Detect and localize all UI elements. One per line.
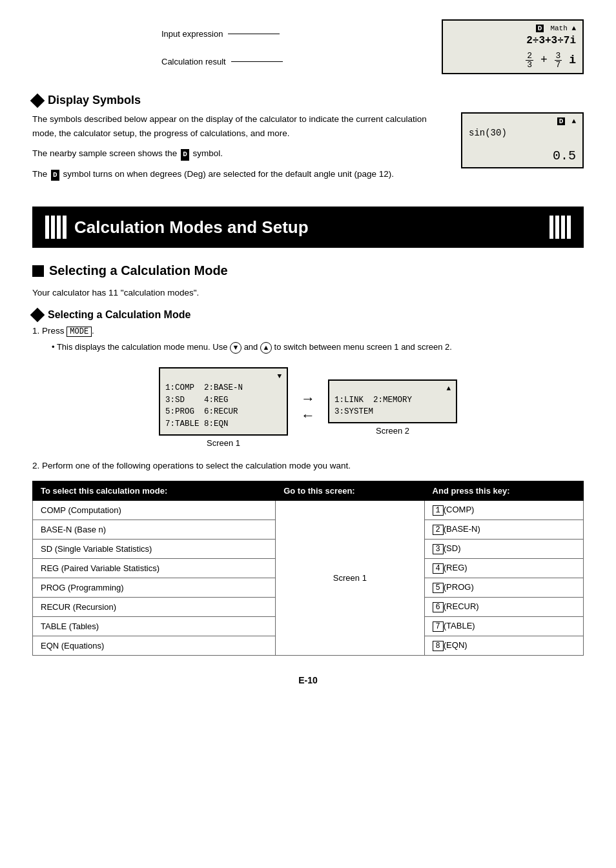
input-expression: 2÷3+3÷7i [449,35,576,46]
key-box: 7 [433,621,444,632]
key-cell: 5(PROG) [424,578,583,597]
step2-text: 2. Perform one of the following operatio… [32,461,584,470]
chapter-header: Calculation Modes and Setup [32,207,584,248]
sub-section-title: Selecting a Calculation Mode [48,309,190,321]
col-header-key: And press this key: [424,481,583,500]
left-arrow: ← [301,407,315,424]
mini-triangle: ▲ [571,117,576,125]
display-symbols-line1: The nearby sample screen shows the D sym… [32,146,448,161]
screen2-label: Screen 2 [328,426,457,436]
col-header-screen: Go to this screen: [276,481,424,500]
mode-cell: PROG (Programming) [33,578,276,597]
bar-7 [561,216,565,239]
mini-d-symbol: D [557,117,566,125]
input-line [228,34,280,34]
arrows-container: → ← [301,390,315,425]
mode-cell: RECUR (Recursion) [33,597,276,616]
screen-top-row: D Math ▲ [449,25,576,32]
key-box: 1 [433,505,444,516]
screen2-top: ▲ [334,385,451,392]
key-cell: 1(COMP) [424,500,583,520]
step1-text: 1. Press MODE. [32,326,584,337]
main-section-title-row: Selecting a Calculation Mode [32,263,584,278]
bar-6 [555,216,559,239]
key-cell: 2(BASE-N) [424,520,583,539]
key-box: 5 [433,583,444,593]
right-arrow: → [301,390,315,407]
bar-4 [63,216,67,239]
display-symbols-title: Display Symbols [48,94,141,107]
key-box: 6 [433,602,444,612]
bar-3 [57,216,61,239]
mini-screen-wrapper: D ▲ sin(30) 0.5 [461,112,584,168]
table-body: COMP (Computation)Screen 11(COMP)BASE-N … [33,500,584,655]
key-box: 2 [433,525,444,535]
top-display-section: Input expression Calculation result D Ma… [32,19,584,74]
key-box: 4 [433,563,444,574]
math-symbol: Math ▲ [550,25,576,32]
screen2-content: 1:LINK 2:MEMORY 3:SYSTEM [334,394,451,419]
screen2-wrapper: ▲ 1:LINK 2:MEMORY 3:SYSTEM Screen 2 [328,379,457,436]
screen1-wrapper: ▼ 1:COMP 2:BASE-N 3:SD 4:REG 5:PROG 6:RE… [159,367,288,448]
mini-screen-input: sin(30) [469,128,576,138]
bullet1-text: • This displays the calculation mode men… [52,341,584,354]
d-symbol: D [536,25,544,32]
mini-screen-top: D ▲ [469,117,576,125]
mode-key: MODE [67,327,92,337]
d-symbol-inline-2: D [51,170,59,181]
selecting-intro: Your calculator has 11 "calculation mode… [32,286,584,300]
mode-screens-container: ▼ 1:COMP 2:BASE-N 3:SD 4:REG 5:PROG 6:RE… [32,367,584,448]
calculation-mode-table: To select this calculation mode: Go to t… [32,481,584,656]
key-cell: 4(REG) [424,558,583,578]
result-fraction-1: 2 3 [526,52,533,69]
mode-cell: COMP (Computation) [33,500,276,520]
result-expression: 2 3 + 3 7 i [449,52,576,69]
result-label: Calculation result [161,57,283,66]
selecting-mode-section: Selecting a Calculation Mode Your calcul… [32,263,584,655]
screen1-label: Screen 1 [159,438,288,448]
up-arrow-circle: ▲ [260,342,272,354]
display-symbols-text: The symbols described below appear on th… [32,112,448,187]
chapter-bars-right [549,216,571,239]
diamond-icon [30,93,45,108]
table-header: To select this calculation mode: Go to t… [33,481,584,500]
mode-cell: SD (Single Variable Statistics) [33,539,276,558]
sub-diamond-icon [30,308,45,323]
key-cell: 6(RECUR) [424,597,583,616]
mode-cell: TABLE (Tables) [33,616,276,636]
mini-screen-result: 0.5 [469,148,576,163]
display-symbols-content: The symbols described below appear on th… [32,112,584,187]
mode-cell: BASE-N (Base n) [33,520,276,539]
chapter-bars-left [45,216,67,239]
key-cell: 3(SD) [424,539,583,558]
down-arrow-circle: ▼ [230,342,241,354]
bar-5 [549,216,553,239]
result-fraction-2: 3 7 [555,52,562,69]
main-section-title: Selecting a Calculation Mode [49,263,228,278]
sub-section-title-row: Selecting a Calculation Mode [32,309,584,321]
display-symbols-section: Display Symbols The symbols described be… [32,94,584,187]
mode-cell: EQN (Equations) [33,636,276,655]
key-box: 3 [433,544,444,554]
screen1-content: 1:COMP 2:BASE-N 3:SD 4:REG 5:PROG 6:RECU… [165,382,282,430]
mode-screen-1: ▼ 1:COMP 2:BASE-N 3:SD 4:REG 5:PROG 6:RE… [159,367,288,436]
display-symbols-title-row: Display Symbols [32,94,584,107]
key-cell: 8(EQN) [424,636,583,655]
display-labels: Input expression Calculation result [161,29,283,85]
bar-1 [45,216,49,239]
input-label: Input expression [161,29,283,39]
chapter-title: Calculation Modes and Setup [74,217,309,237]
mini-calc-screen: D ▲ sin(30) 0.5 [461,112,584,168]
bar-8 [567,216,571,239]
table-row: COMP (Computation)Screen 11(COMP) [33,500,584,520]
result-line [231,61,283,62]
mode-cell: REG (Paired Variable Statistics) [33,558,276,578]
screen1-top: ▼ [165,372,282,380]
col-header-mode: To select this calculation mode: [33,481,276,500]
d-symbol-inline-1: D [181,149,189,161]
bar-2 [51,216,55,239]
black-square-icon [32,265,44,277]
key-cell: 7(TABLE) [424,616,583,636]
key-box: 8 [433,641,444,651]
display-symbols-body1: The symbols described below appear on th… [32,112,448,140]
